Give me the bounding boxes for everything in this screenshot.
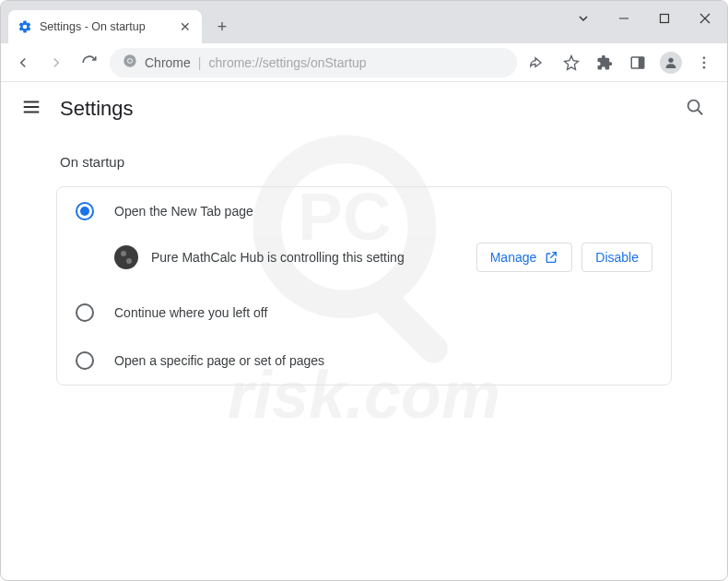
svg-point-9 xyxy=(128,59,132,63)
close-window-button[interactable] xyxy=(688,5,722,32)
hamburger-menu-icon[interactable] xyxy=(21,97,43,121)
open-external-icon xyxy=(544,250,558,265)
chevron-down-icon[interactable] xyxy=(567,5,600,32)
startup-options-card: Open the New Tab page Pure MathCalc Hub … xyxy=(56,186,672,385)
omnibox-path: chrome://settings/onStartup xyxy=(208,55,366,70)
svg-rect-4 xyxy=(661,15,669,23)
window-title-bar: Settings - On startup ✕ + xyxy=(1,1,727,43)
profile-avatar[interactable] xyxy=(657,49,685,77)
side-panel-icon[interactable] xyxy=(624,49,652,77)
address-bar[interactable]: Chrome | chrome://settings/onStartup xyxy=(110,48,517,77)
option-specific-pages[interactable]: Open a specific page or set of pages xyxy=(57,337,671,385)
svg-point-12 xyxy=(668,57,673,62)
svg-line-20 xyxy=(698,110,702,114)
option-label: Continue where you left off xyxy=(114,305,267,320)
reload-button[interactable] xyxy=(76,50,102,76)
page-title: Settings xyxy=(60,97,134,121)
svg-rect-11 xyxy=(639,57,644,68)
close-tab-icon[interactable]: ✕ xyxy=(178,19,193,34)
address-bar-row: Chrome | chrome://settings/onStartup xyxy=(1,43,727,82)
option-label: Open a specific page or set of pages xyxy=(114,353,324,368)
share-icon[interactable] xyxy=(524,49,552,77)
back-button[interactable] xyxy=(10,50,36,76)
minimize-button[interactable] xyxy=(607,5,640,32)
manage-button[interactable]: Manage xyxy=(476,243,573,272)
bookmark-star-icon[interactable] xyxy=(558,49,585,77)
disable-button[interactable]: Disable xyxy=(581,243,652,272)
extensions-icon[interactable] xyxy=(591,49,618,77)
svg-point-15 xyxy=(703,65,706,68)
browser-tab[interactable]: Settings - On startup ✕ xyxy=(8,10,202,43)
svg-point-14 xyxy=(703,61,706,64)
omnibox-host: Chrome xyxy=(145,55,191,70)
section-title: On startup xyxy=(60,154,672,170)
gear-icon xyxy=(18,19,32,34)
tab-title: Settings - On startup xyxy=(40,20,170,33)
option-continue[interactable]: Continue where you left off xyxy=(57,289,671,337)
search-icon[interactable] xyxy=(685,97,707,121)
svg-point-13 xyxy=(703,56,706,59)
settings-content: On startup Open the New Tab page Pure Ma… xyxy=(1,136,727,395)
option-label: Open the New Tab page xyxy=(114,204,253,219)
chrome-icon xyxy=(123,53,137,71)
new-tab-button[interactable]: + xyxy=(209,14,235,40)
option-new-tab[interactable]: Open the New Tab page xyxy=(57,187,671,235)
radio-continue[interactable] xyxy=(76,303,94,322)
extension-icon xyxy=(114,245,138,269)
radio-specific[interactable] xyxy=(76,351,94,370)
extension-controlling-notice: Pure MathCalc Hub is controlling this se… xyxy=(57,235,671,289)
svg-point-19 xyxy=(688,101,699,112)
maximize-button[interactable] xyxy=(648,5,681,32)
forward-button[interactable] xyxy=(43,50,69,76)
extension-notice-text: Pure MathCalc Hub is controlling this se… xyxy=(151,250,464,265)
radio-new-tab[interactable] xyxy=(76,202,94,220)
kebab-menu-icon[interactable] xyxy=(690,49,718,77)
settings-header: Settings xyxy=(1,82,727,136)
